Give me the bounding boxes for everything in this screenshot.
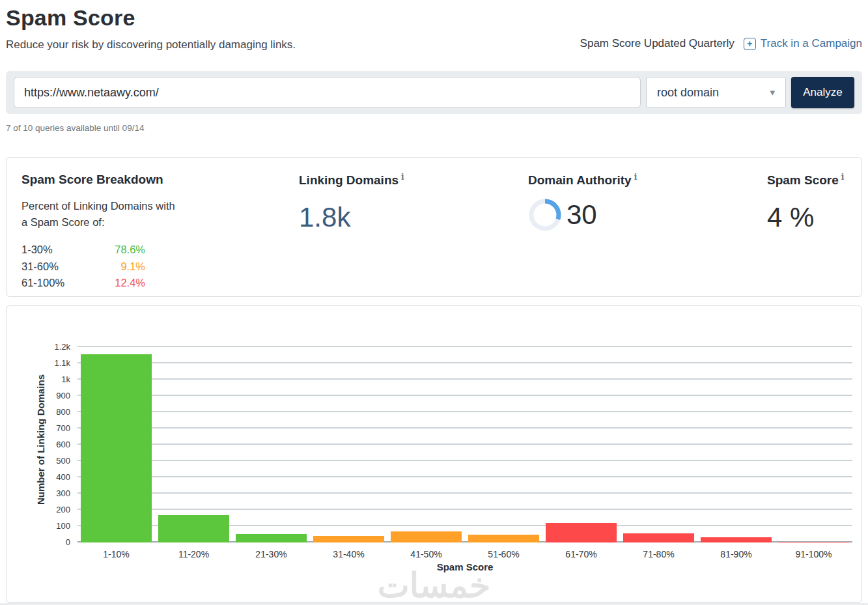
bar-slot: [387, 347, 465, 542]
chart-bar-41-50%[interactable]: [391, 531, 461, 542]
linking-domains-value: 1.8k: [299, 202, 528, 233]
breakdown-rows: 1-30%78.6%31-60%9.1%61-100%12.4%: [21, 242, 299, 292]
bars-row: [77, 347, 852, 542]
page-header: Spam Score Reduce your risk by discoveri…: [6, 0, 862, 51]
breakdown-row-value: 12.4%: [115, 275, 145, 292]
chevron-down-icon: ▾: [770, 87, 775, 98]
ytick-label: 600: [6, 440, 70, 449]
ytick-label: 800: [6, 407, 70, 417]
spam-score-chart-card: Number of Linking Domains 01002003004005…: [6, 305, 862, 603]
chart-bar-1-10%[interactable]: [81, 354, 151, 542]
xtick-label: 11-20%: [155, 549, 232, 559]
track-in-campaign-link[interactable]: + Track in a Campaign: [744, 37, 862, 50]
ytick-label: 100: [6, 521, 70, 531]
ytick-label: 200: [6, 505, 70, 514]
xtick-label: 61-70%: [542, 549, 620, 559]
breakdown-row-value: 78.6%: [115, 242, 145, 259]
header-right: Spam Score Updated Quarterly + Track in …: [580, 37, 862, 51]
bar-slot: [775, 347, 852, 542]
chart-bar-11-20%[interactable]: [158, 515, 229, 543]
breakdown-row: 31-60%9.1%: [21, 259, 145, 275]
ytick-label: 700: [6, 423, 70, 433]
xtick-label: 51-60%: [465, 549, 542, 559]
plot-area: [77, 337, 852, 542]
bar-slot: [620, 347, 697, 542]
chart-xlabels: 1-10%11-20%21-30%31-40%41-50%51-60%61-70…: [77, 549, 852, 559]
watermark: خمسات: [7, 569, 861, 602]
chart-bar-21-30%[interactable]: [236, 534, 306, 542]
breakdown-column: Spam Score Breakdown Percent of Linking …: [21, 173, 299, 296]
chart-bar-91-100%[interactable]: [778, 542, 848, 543]
add-to-campaign-icon: +: [744, 38, 756, 50]
xtick-label: 31-40%: [310, 549, 387, 559]
header-left: Spam Score Reduce your risk by discoveri…: [6, 5, 296, 51]
ytick-label: 900: [6, 391, 70, 401]
xtick-label: 41-50%: [387, 549, 465, 559]
bar-slot: [77, 347, 155, 542]
ytick-label: 500: [6, 456, 70, 466]
breakdown-row: 61-100%12.4%: [21, 275, 145, 292]
spam-score-title: Spam Scorei: [767, 173, 847, 188]
scope-dropdown[interactable]: root domain ▾: [646, 77, 786, 108]
summary-card: Spam Score Breakdown Percent of Linking …: [6, 157, 862, 297]
breakdown-description: Percent of Linking Domains with a Spam S…: [21, 198, 299, 231]
chart-bar-31-40%[interactable]: [313, 536, 384, 543]
domain-authority-column: Domain Authorityi 30: [528, 173, 767, 296]
bar-slot: [232, 347, 310, 542]
breakdown-row-value: 9.1%: [120, 259, 145, 275]
page-title: Spam Score: [6, 5, 296, 31]
chart-ytick-gutter: 01002003004005006007008009001k1.1k1.2k: [7, 337, 74, 542]
ytick-label: 400: [6, 472, 70, 482]
spam-score-page: Spam Score Reduce your risk by discoveri…: [0, 0, 868, 605]
bar-slot: [465, 347, 542, 542]
scope-dropdown-value: root domain: [657, 86, 719, 100]
breakdown-row-label: 61-100%: [21, 275, 64, 292]
analyze-button[interactable]: Analyze: [791, 77, 854, 108]
xtick-label: 81-90%: [697, 549, 775, 559]
breakdown-row: 1-30%78.6%: [21, 242, 145, 259]
xtick-label: 21-30%: [232, 549, 310, 559]
bar-slot: [542, 347, 620, 542]
ytick-label: 1.1k: [6, 358, 70, 368]
bar-slot: [310, 347, 387, 542]
chart-bar-61-70%[interactable]: [546, 523, 616, 542]
info-icon[interactable]: i: [401, 173, 404, 182]
queries-remaining-note: 7 of 10 queries available until 09/14: [6, 123, 862, 133]
ytick-label: 0: [6, 537, 70, 547]
linking-domains-title: Linking Domainsi: [299, 173, 528, 188]
updated-quarterly-note: Spam Score Updated Quarterly: [580, 37, 735, 50]
spam-score-column: Spam Scorei 4 %: [767, 173, 847, 296]
bar-slot: [155, 347, 232, 542]
info-icon[interactable]: i: [634, 173, 637, 182]
url-input[interactable]: [14, 77, 641, 108]
domain-authority-title: Domain Authorityi: [528, 173, 767, 188]
spam-score-value: 4 %: [767, 202, 847, 233]
chart-bar-71-80%[interactable]: [623, 533, 693, 543]
breakdown-row-label: 31-60%: [21, 259, 59, 275]
domain-authority-display: 30: [528, 198, 767, 232]
breakdown-title: Spam Score Breakdown: [21, 173, 299, 187]
breakdown-row-label: 1-30%: [21, 242, 53, 259]
chart-bar-51-60%[interactable]: [468, 535, 539, 542]
domain-authority-gauge: [528, 198, 562, 232]
domain-authority-value: 30: [567, 199, 597, 231]
ytick-label: 1k: [6, 374, 70, 384]
bar-slot: [697, 347, 775, 542]
page-subtitle: Reduce your risk by discovering potentia…: [6, 38, 296, 51]
ytick-label: 1.2k: [6, 342, 70, 352]
xtick-label: 1-10%: [77, 549, 155, 559]
info-icon[interactable]: i: [841, 173, 845, 182]
search-band: root domain ▾ Analyze: [6, 71, 862, 114]
xtick-label: 91-100%: [775, 549, 852, 559]
chart-bar-81-90%[interactable]: [701, 537, 771, 542]
xtick-label: 71-80%: [620, 549, 697, 559]
track-in-campaign-label: Track in a Campaign: [761, 37, 862, 50]
ytick-label: 300: [6, 488, 70, 498]
linking-domains-column: Linking Domainsi 1.8k: [299, 173, 528, 296]
